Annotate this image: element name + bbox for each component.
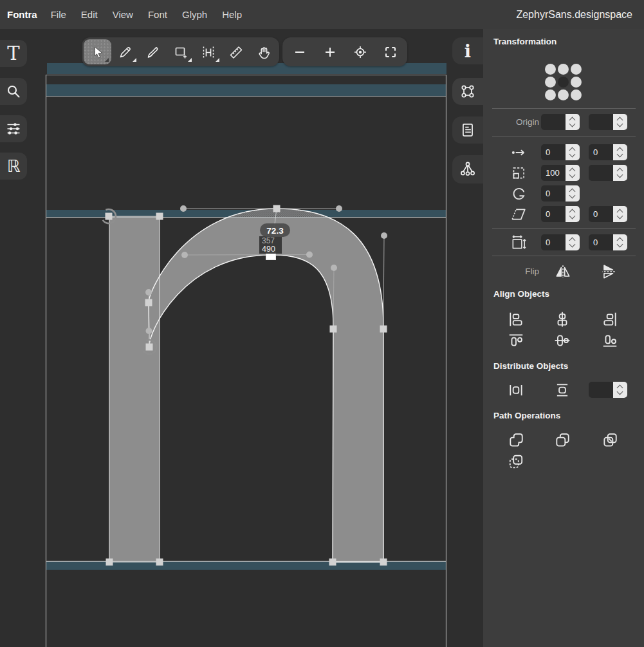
align-center-vertically-button[interactable] [554, 311, 571, 328]
scale-y-input[interactable] [589, 165, 627, 181]
skew-icon [510, 206, 527, 223]
hand-icon [257, 45, 271, 59]
skew-y-input[interactable]: 0 [589, 206, 627, 222]
distribute-objects-title: Distribute Objects [493, 361, 568, 371]
subtract-contours-button[interactable] [554, 432, 571, 449]
origin-x-stepper[interactable] [566, 114, 580, 130]
distribute-horizontally-button[interactable] [508, 382, 524, 399]
zoom-toolbar [282, 37, 407, 66]
move-y-input[interactable]: 0 [589, 144, 627, 160]
align-top-button[interactable] [508, 332, 524, 349]
dimension-x-stepper[interactable] [566, 234, 580, 250]
path-operations-title: Path Operations [493, 411, 560, 420]
align-left-button[interactable] [508, 311, 524, 328]
flip-horizontal-button[interactable] [555, 263, 571, 280]
skew-x-input[interactable]: 0 [541, 206, 580, 222]
rotate-input[interactable]: 0 [541, 185, 580, 202]
distribute-vertically-button[interactable] [554, 382, 571, 399]
notes-icon [459, 122, 476, 138]
align-bottom-button[interactable] [602, 332, 618, 349]
align-middle-horizontal-icon [554, 332, 571, 349]
editor-canvas[interactable]: 357 490 72.3 [0, 29, 483, 647]
glyph-fill [109, 209, 383, 562]
skew-y-stepper[interactable] [613, 206, 627, 222]
knife-icon [146, 45, 160, 59]
move-x-stepper[interactable] [566, 144, 580, 160]
origin-label: Origin [491, 114, 539, 130]
dimension-y-input[interactable]: 0 [589, 234, 627, 250]
zoom-fit-selection-button[interactable] [345, 39, 375, 64]
move-y-stepper[interactable] [613, 144, 627, 160]
origin-dot-bottom-left[interactable] [545, 89, 556, 100]
transform-box-icon [459, 83, 476, 100]
pen-icon [118, 45, 133, 59]
subtract-icon [554, 432, 571, 449]
panel-tab-related-glyphs[interactable] [452, 155, 483, 183]
metric-lines[interactable] [46, 75, 446, 562]
sidebar-tab-reference-font[interactable]: ℝ [0, 153, 27, 180]
edit-tools-toolbar [82, 37, 279, 66]
sidebar-tab-text-entry[interactable]: T [0, 40, 27, 67]
skew-x-stepper[interactable] [566, 206, 580, 222]
distribute-stepper[interactable] [613, 382, 627, 398]
scale-x-input[interactable]: 100 [541, 165, 580, 181]
origin-dot-bottom-center[interactable] [558, 89, 569, 100]
menu-help[interactable]: Help [222, 9, 242, 20]
menu-font[interactable]: Font [148, 9, 167, 20]
rotate-stepper[interactable] [566, 185, 580, 202]
intersect-contours-button[interactable] [602, 432, 618, 449]
align-right-icon [602, 311, 618, 328]
origin-dot-middle-right[interactable] [571, 77, 582, 88]
origin-dot-bottom-right[interactable] [571, 89, 582, 100]
origin-y-stepper[interactable] [613, 114, 627, 130]
origin-x-input[interactable] [541, 114, 580, 130]
pointer-tool-button[interactable] [84, 39, 111, 64]
exclude-contours-button[interactable] [508, 453, 524, 470]
sidebar-tab-glyph-search[interactable] [0, 78, 27, 105]
hand-tool-button[interactable] [250, 39, 277, 64]
rectangle-plus-icon [174, 45, 188, 59]
exclude-icon [508, 453, 524, 470]
panel-tab-glyph-notes[interactable] [452, 117, 483, 144]
scale-x-stepper[interactable] [566, 165, 580, 181]
align-middle-horizontally-button[interactable] [554, 332, 571, 349]
menu-edit[interactable]: Edit [81, 9, 98, 20]
measurement-badge: 72.3 [260, 223, 290, 237]
pen-tool-button[interactable] [111, 39, 139, 64]
sliders-icon [6, 121, 21, 136]
origin-dot-top-center[interactable] [558, 64, 569, 75]
scale-y-stepper[interactable] [613, 165, 627, 181]
align-left-icon [508, 311, 524, 328]
knife-tool-button[interactable] [139, 39, 167, 64]
origin-dot-center-selected[interactable] [558, 77, 569, 88]
origin-selector-grid[interactable] [545, 64, 582, 100]
zoom-out-button[interactable] [284, 39, 315, 64]
metrics-tool-button[interactable] [194, 39, 222, 64]
sidebar-tab-designspace-navigation[interactable] [0, 115, 27, 142]
measure-tool-button[interactable] [222, 39, 250, 64]
glyph-canvas[interactable]: 357 490 72.3 [0, 29, 483, 647]
origin-y-input[interactable] [589, 114, 627, 130]
menu-view[interactable]: View [113, 9, 133, 20]
origin-dot-middle-left[interactable] [545, 77, 556, 88]
dimension-y-stepper[interactable] [613, 234, 627, 250]
remove-overlaps-button[interactable] [508, 432, 524, 449]
app-logo[interactable]: Fontra [7, 9, 37, 20]
flip-vertical-button[interactable] [600, 263, 617, 280]
zoom-fit-button[interactable] [375, 39, 405, 64]
svg-text:72.3: 72.3 [266, 226, 284, 236]
zoom-in-button[interactable] [315, 39, 345, 64]
distribute-value-input[interactable] [589, 382, 627, 398]
panel-tab-selection-transformation[interactable] [452, 78, 483, 105]
panel-tab-glyph-info[interactable]: i [452, 37, 483, 64]
align-right-button[interactable] [602, 311, 618, 328]
origin-dot-top-right[interactable] [571, 64, 582, 75]
menu-bar: Fontra File Edit View Font Glyph Help Ze… [0, 0, 644, 29]
move-x-input[interactable]: 0 [541, 144, 580, 160]
menu-file[interactable]: File [51, 9, 66, 20]
menu-glyph[interactable]: Glyph [182, 9, 207, 20]
dimension-x-input[interactable]: 0 [541, 234, 580, 250]
origin-dot-top-left[interactable] [545, 64, 556, 75]
panel-title: Transformation [493, 37, 557, 46]
shape-tool-button[interactable] [167, 39, 194, 64]
